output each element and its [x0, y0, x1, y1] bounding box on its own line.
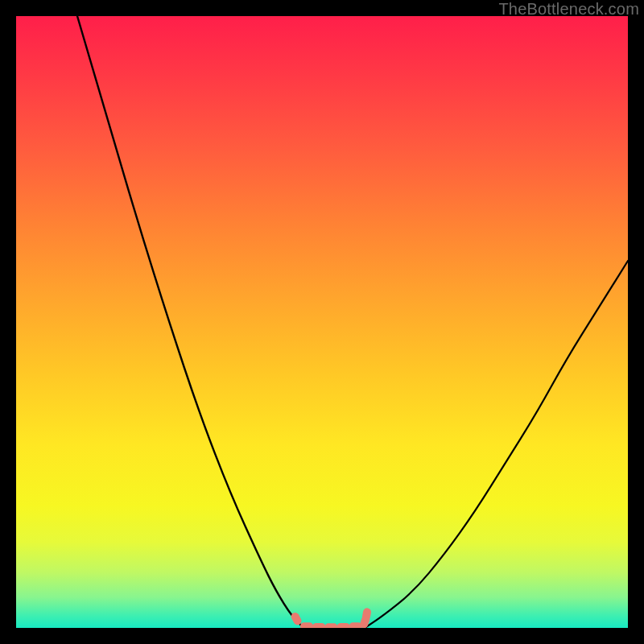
plot-area	[16, 16, 628, 628]
chart-stage: TheBottleneck.com	[0, 0, 644, 644]
marker-point	[324, 623, 337, 628]
marker-point	[337, 623, 350, 628]
right-curve	[365, 261, 628, 628]
bottom-markers	[290, 608, 372, 628]
marker-point	[312, 623, 325, 628]
chart-svg	[16, 16, 628, 628]
marker-point	[300, 622, 313, 628]
watermark-text: TheBottleneck.com	[498, 0, 639, 19]
left-curve	[77, 16, 303, 628]
